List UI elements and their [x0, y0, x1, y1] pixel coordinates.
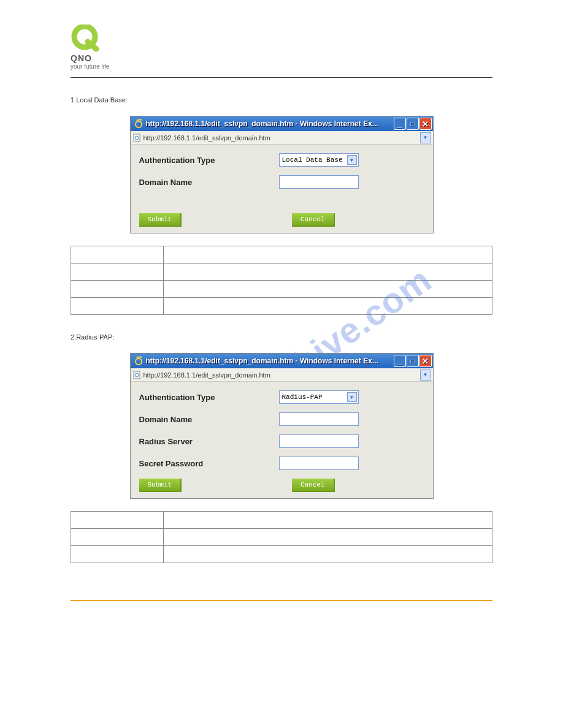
section-subtitle-1: 1.Local Data Base: — [71, 96, 492, 104]
address-dropdown-icon[interactable]: ▼ — [420, 132, 431, 143]
title-bar: http://192.168.1.1/edit_sslvpn_domain.ht… — [131, 354, 433, 368]
window-title: http://192.168.1.1/edit_sslvpn_domain.ht… — [146, 357, 393, 365]
auth-type-label: Authentication Type — [139, 393, 279, 402]
close-button[interactable]: ✕ — [419, 355, 432, 367]
minimize-button[interactable]: _ — [394, 355, 406, 367]
secret-password-label: Secret Password — [139, 459, 279, 468]
auth-type-value: Radius-PAP — [282, 393, 323, 401]
address-dropdown-icon[interactable]: ▼ — [420, 370, 431, 381]
ie-icon — [134, 119, 144, 129]
chevron-down-icon: ▼ — [347, 155, 357, 165]
maximize-button[interactable]: □ — [407, 355, 419, 367]
footer-divider — [71, 600, 492, 601]
auth-type-value: Local Data Base — [282, 156, 343, 164]
radius-server-input[interactable] — [279, 434, 359, 448]
domain-name-input[interactable] — [279, 175, 359, 189]
description-table-2 — [71, 511, 492, 563]
svg-point-4 — [136, 358, 142, 365]
section-subtitle-2: 2.Radius-PAP: — [71, 333, 492, 341]
address-text: http://192.168.1.1/edit_sslvpn_domain.ht… — [144, 134, 420, 142]
brand-name: QNO — [71, 53, 109, 63]
window-title: http://192.168.1.1/edit_sslvpn_domain.ht… — [146, 119, 393, 128]
auth-type-label: Authentication Type — [139, 156, 279, 165]
page-icon — [132, 371, 141, 379]
maximize-button[interactable]: □ — [407, 118, 419, 130]
address-bar: http://192.168.1.1/edit_sslvpn_domain.ht… — [131, 368, 433, 382]
auth-type-select[interactable]: Radius-PAP ▼ — [279, 390, 359, 404]
ie-window-2: http://192.168.1.1/edit_sslvpn_domain.ht… — [130, 353, 434, 499]
description-table-1 — [71, 246, 492, 315]
ie-window-1: http://192.168.1.1/edit_sslvpn_domain.ht… — [130, 116, 434, 233]
minimize-button[interactable]: _ — [394, 118, 406, 130]
cancel-button[interactable]: Cancel — [292, 213, 335, 227]
domain-name-label: Domain Name — [139, 178, 279, 187]
submit-button[interactable]: Submit — [139, 479, 182, 492]
title-bar: http://192.168.1.1/edit_sslvpn_domain.ht… — [131, 116, 433, 131]
radius-server-label: Radius Server — [139, 437, 279, 446]
auth-type-select[interactable]: Local Data Base ▼ — [279, 153, 359, 167]
ie-icon — [134, 356, 144, 366]
address-bar: http://192.168.1.1/edit_sslvpn_domain.ht… — [131, 131, 433, 145]
page-icon — [132, 134, 141, 142]
logo-icon — [71, 25, 101, 52]
table-row — [71, 546, 492, 563]
svg-point-1 — [136, 121, 142, 127]
brand-tagline: your future life — [71, 63, 109, 70]
table-row — [71, 512, 492, 529]
table-row — [71, 264, 492, 281]
table-row — [71, 529, 492, 546]
table-row — [71, 246, 492, 264]
address-text: http://192.168.1.1/edit_sslvpn_domain.ht… — [144, 371, 420, 379]
table-row — [71, 281, 492, 298]
page-header: QNO your future life — [71, 25, 492, 71]
chevron-down-icon: ▼ — [347, 392, 357, 402]
header-divider — [71, 77, 492, 78]
secret-password-input[interactable] — [279, 457, 359, 470]
domain-name-input[interactable] — [279, 412, 359, 426]
cancel-button[interactable]: Cancel — [292, 479, 335, 492]
domain-name-label: Domain Name — [139, 415, 279, 424]
submit-button[interactable]: Submit — [139, 213, 182, 227]
table-row — [71, 298, 492, 315]
close-button[interactable]: ✕ — [419, 118, 432, 130]
logo: QNO your future life — [71, 25, 109, 70]
